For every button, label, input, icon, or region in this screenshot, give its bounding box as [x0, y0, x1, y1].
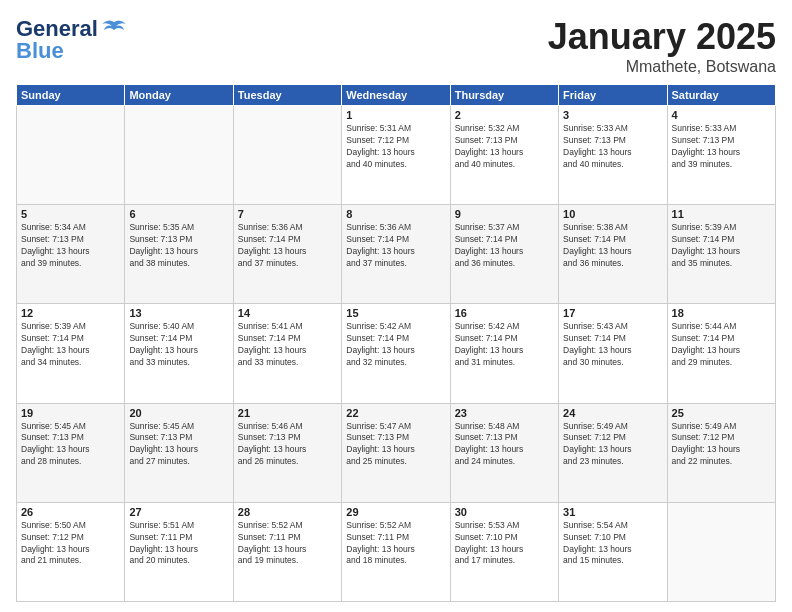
table-row: 31Sunrise: 5:54 AM Sunset: 7:10 PM Dayli… — [559, 502, 667, 601]
col-monday: Monday — [125, 85, 233, 106]
day-number: 1 — [346, 109, 445, 121]
table-row: 10Sunrise: 5:38 AM Sunset: 7:14 PM Dayli… — [559, 205, 667, 304]
day-number: 28 — [238, 506, 337, 518]
table-row — [17, 106, 125, 205]
table-row: 29Sunrise: 5:52 AM Sunset: 7:11 PM Dayli… — [342, 502, 450, 601]
day-info: Sunrise: 5:40 AM Sunset: 7:14 PM Dayligh… — [129, 321, 228, 369]
day-info: Sunrise: 5:51 AM Sunset: 7:11 PM Dayligh… — [129, 520, 228, 568]
day-number: 24 — [563, 407, 662, 419]
calendar-week-row: 1Sunrise: 5:31 AM Sunset: 7:12 PM Daylig… — [17, 106, 776, 205]
table-row: 18Sunrise: 5:44 AM Sunset: 7:14 PM Dayli… — [667, 304, 775, 403]
day-number: 14 — [238, 307, 337, 319]
table-row: 1Sunrise: 5:31 AM Sunset: 7:12 PM Daylig… — [342, 106, 450, 205]
day-info: Sunrise: 5:52 AM Sunset: 7:11 PM Dayligh… — [346, 520, 445, 568]
table-row: 20Sunrise: 5:45 AM Sunset: 7:13 PM Dayli… — [125, 403, 233, 502]
page: General Blue January 2025 Mmathete, Bots… — [0, 0, 792, 612]
day-number: 23 — [455, 407, 554, 419]
day-number: 16 — [455, 307, 554, 319]
table-row: 26Sunrise: 5:50 AM Sunset: 7:12 PM Dayli… — [17, 502, 125, 601]
table-row: 23Sunrise: 5:48 AM Sunset: 7:13 PM Dayli… — [450, 403, 558, 502]
table-row: 16Sunrise: 5:42 AM Sunset: 7:14 PM Dayli… — [450, 304, 558, 403]
table-row: 13Sunrise: 5:40 AM Sunset: 7:14 PM Dayli… — [125, 304, 233, 403]
col-wednesday: Wednesday — [342, 85, 450, 106]
day-info: Sunrise: 5:32 AM Sunset: 7:13 PM Dayligh… — [455, 123, 554, 171]
table-row: 8Sunrise: 5:36 AM Sunset: 7:14 PM Daylig… — [342, 205, 450, 304]
day-number: 21 — [238, 407, 337, 419]
header: General Blue January 2025 Mmathete, Bots… — [16, 16, 776, 76]
day-number: 18 — [672, 307, 771, 319]
table-row — [125, 106, 233, 205]
logo: General Blue — [16, 16, 128, 64]
day-info: Sunrise: 5:43 AM Sunset: 7:14 PM Dayligh… — [563, 321, 662, 369]
day-number: 6 — [129, 208, 228, 220]
day-number: 3 — [563, 109, 662, 121]
day-info: Sunrise: 5:36 AM Sunset: 7:14 PM Dayligh… — [238, 222, 337, 270]
table-row: 30Sunrise: 5:53 AM Sunset: 7:10 PM Dayli… — [450, 502, 558, 601]
table-row: 3Sunrise: 5:33 AM Sunset: 7:13 PM Daylig… — [559, 106, 667, 205]
col-sunday: Sunday — [17, 85, 125, 106]
calendar-week-row: 5Sunrise: 5:34 AM Sunset: 7:13 PM Daylig… — [17, 205, 776, 304]
table-row: 21Sunrise: 5:46 AM Sunset: 7:13 PM Dayli… — [233, 403, 341, 502]
day-number: 9 — [455, 208, 554, 220]
day-number: 10 — [563, 208, 662, 220]
table-row: 6Sunrise: 5:35 AM Sunset: 7:13 PM Daylig… — [125, 205, 233, 304]
table-row: 2Sunrise: 5:32 AM Sunset: 7:13 PM Daylig… — [450, 106, 558, 205]
table-row: 17Sunrise: 5:43 AM Sunset: 7:14 PM Dayli… — [559, 304, 667, 403]
day-info: Sunrise: 5:48 AM Sunset: 7:13 PM Dayligh… — [455, 421, 554, 469]
table-row: 12Sunrise: 5:39 AM Sunset: 7:14 PM Dayli… — [17, 304, 125, 403]
day-number: 20 — [129, 407, 228, 419]
day-info: Sunrise: 5:33 AM Sunset: 7:13 PM Dayligh… — [672, 123, 771, 171]
table-row: 14Sunrise: 5:41 AM Sunset: 7:14 PM Dayli… — [233, 304, 341, 403]
logo-blue: Blue — [16, 38, 64, 64]
day-number: 29 — [346, 506, 445, 518]
day-number: 15 — [346, 307, 445, 319]
day-info: Sunrise: 5:42 AM Sunset: 7:14 PM Dayligh… — [346, 321, 445, 369]
day-info: Sunrise: 5:41 AM Sunset: 7:14 PM Dayligh… — [238, 321, 337, 369]
col-saturday: Saturday — [667, 85, 775, 106]
table-row: 15Sunrise: 5:42 AM Sunset: 7:14 PM Dayli… — [342, 304, 450, 403]
day-info: Sunrise: 5:36 AM Sunset: 7:14 PM Dayligh… — [346, 222, 445, 270]
day-number: 8 — [346, 208, 445, 220]
day-info: Sunrise: 5:45 AM Sunset: 7:13 PM Dayligh… — [129, 421, 228, 469]
day-number: 12 — [21, 307, 120, 319]
day-info: Sunrise: 5:54 AM Sunset: 7:10 PM Dayligh… — [563, 520, 662, 568]
table-row: 22Sunrise: 5:47 AM Sunset: 7:13 PM Dayli… — [342, 403, 450, 502]
table-row: 11Sunrise: 5:39 AM Sunset: 7:14 PM Dayli… — [667, 205, 775, 304]
col-tuesday: Tuesday — [233, 85, 341, 106]
day-info: Sunrise: 5:53 AM Sunset: 7:10 PM Dayligh… — [455, 520, 554, 568]
table-row: 5Sunrise: 5:34 AM Sunset: 7:13 PM Daylig… — [17, 205, 125, 304]
col-thursday: Thursday — [450, 85, 558, 106]
day-number: 7 — [238, 208, 337, 220]
col-friday: Friday — [559, 85, 667, 106]
table-row: 24Sunrise: 5:49 AM Sunset: 7:12 PM Dayli… — [559, 403, 667, 502]
calendar-title: January 2025 — [548, 16, 776, 58]
calendar-header-row: Sunday Monday Tuesday Wednesday Thursday… — [17, 85, 776, 106]
day-number: 26 — [21, 506, 120, 518]
day-info: Sunrise: 5:33 AM Sunset: 7:13 PM Dayligh… — [563, 123, 662, 171]
table-row: 4Sunrise: 5:33 AM Sunset: 7:13 PM Daylig… — [667, 106, 775, 205]
day-info: Sunrise: 5:47 AM Sunset: 7:13 PM Dayligh… — [346, 421, 445, 469]
day-number: 31 — [563, 506, 662, 518]
day-number: 11 — [672, 208, 771, 220]
day-info: Sunrise: 5:35 AM Sunset: 7:13 PM Dayligh… — [129, 222, 228, 270]
day-info: Sunrise: 5:49 AM Sunset: 7:12 PM Dayligh… — [672, 421, 771, 469]
day-info: Sunrise: 5:37 AM Sunset: 7:14 PM Dayligh… — [455, 222, 554, 270]
table-row: 28Sunrise: 5:52 AM Sunset: 7:11 PM Dayli… — [233, 502, 341, 601]
logo-bird-icon — [100, 18, 128, 40]
table-row: 19Sunrise: 5:45 AM Sunset: 7:13 PM Dayli… — [17, 403, 125, 502]
calendar-location: Mmathete, Botswana — [548, 58, 776, 76]
calendar-week-row: 26Sunrise: 5:50 AM Sunset: 7:12 PM Dayli… — [17, 502, 776, 601]
day-number: 17 — [563, 307, 662, 319]
table-row — [667, 502, 775, 601]
day-info: Sunrise: 5:31 AM Sunset: 7:12 PM Dayligh… — [346, 123, 445, 171]
day-info: Sunrise: 5:34 AM Sunset: 7:13 PM Dayligh… — [21, 222, 120, 270]
day-number: 30 — [455, 506, 554, 518]
table-row: 9Sunrise: 5:37 AM Sunset: 7:14 PM Daylig… — [450, 205, 558, 304]
day-info: Sunrise: 5:45 AM Sunset: 7:13 PM Dayligh… — [21, 421, 120, 469]
day-info: Sunrise: 5:50 AM Sunset: 7:12 PM Dayligh… — [21, 520, 120, 568]
table-row: 25Sunrise: 5:49 AM Sunset: 7:12 PM Dayli… — [667, 403, 775, 502]
day-number: 19 — [21, 407, 120, 419]
day-info: Sunrise: 5:44 AM Sunset: 7:14 PM Dayligh… — [672, 321, 771, 369]
day-number: 4 — [672, 109, 771, 121]
table-row: 27Sunrise: 5:51 AM Sunset: 7:11 PM Dayli… — [125, 502, 233, 601]
